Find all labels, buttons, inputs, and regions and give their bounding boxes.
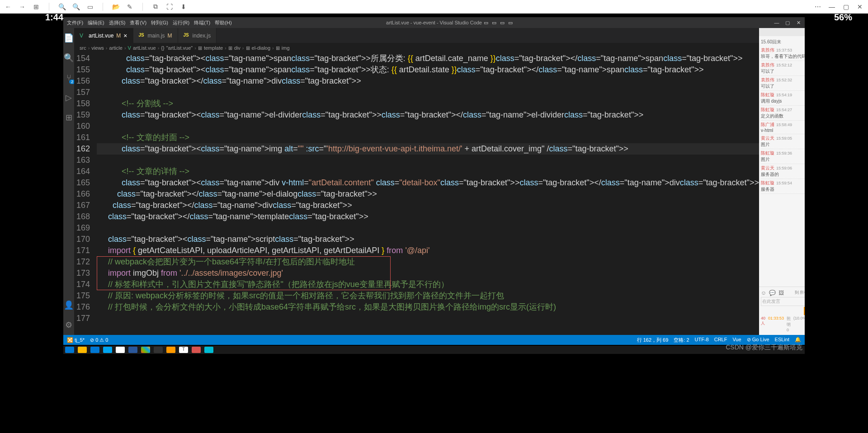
eslint-status[interactable]: ESLint: [775, 337, 789, 344]
indentation[interactable]: 空格: 2: [674, 337, 689, 344]
go-live[interactable]: ⊘ Go Live: [747, 337, 769, 344]
chat-footer: ☺ 💬 🖼 到 所有人 ▾ 在此发言 发 40人 01:33:53 照明0 (1…: [759, 287, 805, 335]
edge-icon[interactable]: [103, 347, 112, 353]
zoom-out-icon[interactable]: 🔍: [72, 3, 80, 10]
fullscreen-icon[interactable]: ⛶: [166, 3, 173, 10]
line-gutter: 1541551561571581591601611621631641651661…: [74, 53, 97, 335]
more-icon[interactable]: ⋯: [814, 3, 821, 10]
terminal-icon[interactable]: [154, 347, 163, 353]
explorer-icon[interactable]: [78, 347, 87, 353]
close-window-icon[interactable]: ✕: [856, 3, 863, 10]
chat-panel: ≡ ▢ 15.60回来 袁胜伟15:37:53班哥，看看下边的代码袁胜伟15:5…: [759, 28, 805, 335]
comment-icon[interactable]: 💬: [769, 290, 776, 296]
copy-icon[interactable]: ⧉: [152, 3, 159, 10]
app-icon[interactable]: [192, 347, 201, 353]
download-icon[interactable]: ⬇: [180, 3, 187, 10]
forward-button[interactable]: →: [19, 3, 26, 10]
chat-input[interactable]: 在此发言: [761, 297, 805, 306]
phone-statusbar: 1:44 56%: [0, 14, 868, 22]
app-icon[interactable]: [128, 347, 137, 353]
code-editor[interactable]: 1541551561571581591601611621631641651661…: [74, 53, 759, 335]
app-icon[interactable]: T: [179, 347, 188, 353]
zoom-in-icon[interactable]: 🔍: [58, 3, 66, 10]
explorer-icon[interactable]: 📄: [63, 33, 74, 43]
browser-toolbar: ← → ⊞ 🔍 🔍 ▭ 📂 ✎ ⧉ ⛶ ⬇ ⋯ — ▢ ✕: [0, 0, 868, 14]
js-icon: JS: [184, 33, 190, 39]
windows-taskbar[interactable]: T: [63, 346, 805, 354]
image-icon[interactable]: 🖼: [778, 290, 784, 296]
watermark: CSDN @爱你三千遍斯塔克: [726, 344, 802, 352]
back-button[interactable]: ←: [5, 3, 12, 10]
tab-artlist[interactable]: V artList.vue M ×: [74, 28, 133, 43]
apps-button[interactable]: ⊞: [33, 3, 40, 10]
chrome-icon[interactable]: [116, 347, 125, 353]
account-icon[interactable]: 👤: [63, 300, 74, 311]
tab-mainjs[interactable]: JS main.js M: [133, 28, 178, 43]
send-button[interactable]: 发: [804, 307, 805, 315]
edit-icon[interactable]: ✎: [126, 3, 133, 10]
app-icon[interactable]: [166, 347, 175, 353]
code-content[interactable]: class="tag-bracket"><class="tag-name">sp…: [97, 53, 759, 335]
statusbar: 🔀 tj_5* ⊘ 0 ⚠ 0 行 162，列 69 空格: 2 UTF-8 C…: [63, 335, 805, 345]
editor-area: V artList.vue M × JS main.js M JS index.…: [74, 28, 759, 335]
filter-dropdown[interactable]: 到 所有人 ▾: [795, 290, 805, 296]
start-icon[interactable]: [65, 347, 74, 353]
scm-icon[interactable]: ⑂2: [63, 72, 74, 83]
chat-messages[interactable]: 15.60回来 袁胜伟15:37:53班哥，看看下边的代码袁胜伟15:52:12…: [759, 36, 805, 287]
editor-tabs: V artList.vue M × JS main.js M JS index.…: [74, 28, 759, 43]
debug-icon[interactable]: ▷: [63, 92, 74, 103]
vue-icon: V: [80, 33, 86, 39]
phone-time: 1:44: [45, 12, 63, 23]
cursor-position[interactable]: 行 162，列 69: [637, 337, 669, 344]
notifications-icon[interactable]: 🔔: [795, 337, 801, 344]
breadcrumbs[interactable]: src› views› article› V artList.vue› {} "…: [74, 43, 759, 53]
emoji-icon[interactable]: ☺: [761, 290, 766, 296]
extensions-icon[interactable]: ⊞: [63, 112, 74, 123]
js-icon: JS: [139, 33, 145, 39]
close-icon[interactable]: ×: [123, 32, 127, 39]
app-icon[interactable]: [204, 347, 213, 353]
vscode-icon[interactable]: [90, 347, 99, 353]
search-icon[interactable]: 🔍: [63, 52, 74, 63]
encoding[interactable]: UTF-8: [695, 337, 709, 344]
minimize-icon[interactable]: —: [828, 3, 835, 10]
eol[interactable]: CRLF: [714, 337, 727, 344]
branch-indicator[interactable]: 🔀 tj_5*: [67, 337, 85, 343]
activity-bar: 📄 🔍 ⑂2 ▷ ⊞ 👤 ⚙: [63, 28, 74, 335]
maximize-icon[interactable]: ▢: [842, 3, 849, 10]
folder-icon[interactable]: 📂: [112, 3, 119, 10]
gear-icon[interactable]: ⚙: [63, 320, 74, 330]
problems-indicator[interactable]: ⊘ 0 ⚠ 0: [90, 337, 108, 343]
chat-stats: 40人 01:33:53 照明0 (10.0%) 🔔: [761, 315, 805, 333]
vscode-window: 文件(F) 编辑(E) 选择(S) 查看(V) 转到(G) 运行(R) 终端(T…: [63, 17, 805, 345]
chat-header: ≡ ▢: [759, 28, 805, 36]
tab-indexjs[interactable]: JS index.js: [178, 28, 217, 43]
reader-icon[interactable]: ▭: [86, 3, 94, 10]
language-mode[interactable]: Vue: [732, 337, 741, 344]
app-icon[interactable]: [141, 347, 150, 353]
phone-battery: 56%: [834, 12, 852, 23]
